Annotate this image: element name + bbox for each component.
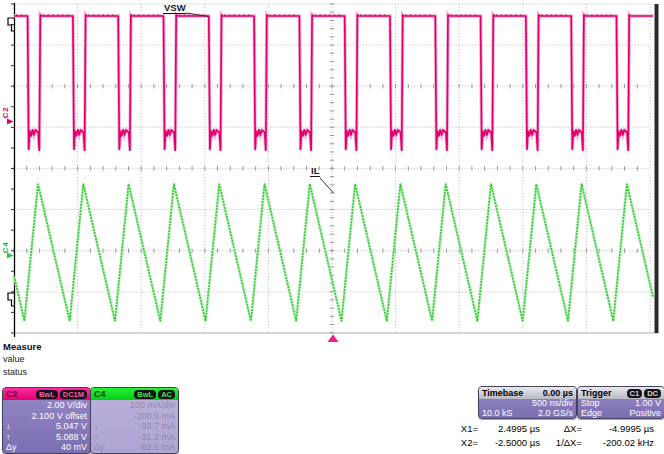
c2-box-header[interactable]: C2 BwL DC1M	[3, 388, 90, 400]
cursor-x1-row: X1= 2.4995 µs ΔX= -4.9995 µs	[448, 422, 654, 436]
trigger-source-badge: C1	[627, 389, 643, 398]
cursor-x2-row: X2= -2.5000 µs 1/ΔX= -200.02 kHz	[448, 436, 654, 450]
measure-title: Measure	[3, 340, 42, 353]
scope-display	[0, 0, 664, 350]
c4-cursor-low-row: ↓ -93.7 mA	[91, 421, 178, 432]
c4-cursor-high-row: ↑ -31.2 mA	[91, 432, 178, 443]
trigger-slope-row: Edge Positive	[578, 409, 664, 419]
c4-scale-row: 100 mA/div	[91, 400, 178, 411]
c2-channel-id: C2	[6, 388, 18, 400]
channel-info-box-c2[interactable]: C2 BwL DC1M 2.00 V/div 2.100 V offset ↓ …	[2, 387, 91, 454]
c4-axis-label: C4	[1, 241, 10, 255]
c4-coupling-badge: AC	[158, 390, 175, 399]
c2-offset-row: 2.100 V offset	[3, 411, 90, 422]
c2-delta-row: Δy 40 mV	[3, 442, 90, 453]
c2-coupling-badge: DC1M	[60, 390, 87, 399]
il-waveform-label: IL	[310, 165, 320, 177]
c2-scale-row: 2.00 V/div	[3, 400, 90, 411]
measure-row-value: value	[3, 353, 42, 366]
waveform-c2-vsw	[14, 15, 653, 151]
trigger-coupling-badge: DC	[644, 389, 661, 398]
trigger-info-box[interactable]: Trigger C1 DC Stop 1.00 V Edge Positive	[577, 386, 664, 419]
c4-bwl-badge: BwL	[134, 390, 156, 399]
c4-channel-id: C4	[94, 388, 106, 400]
c4-box-header[interactable]: C4 BwL AC	[91, 388, 178, 400]
c4-offset-row: -200.0 mA	[91, 411, 178, 422]
il-callout-line	[320, 178, 334, 193]
c2-cursor-high-row: ↑ 5.088 V	[3, 432, 90, 443]
timebase-info-box[interactable]: Timebase 0.00 µs 500 ns/div 10.0 kS 2.0 …	[478, 386, 577, 419]
c2-axis-label: C2	[1, 106, 10, 120]
measure-panel: Measure value status	[3, 340, 42, 379]
timebase-title: Timebase	[482, 387, 523, 399]
channel-info-box-c4[interactable]: C4 BwL AC 100 mA/div -200.0 mA ↓ -93.7 m…	[90, 387, 179, 454]
vsw-waveform-label: VSW	[163, 2, 187, 14]
cursor-marker-bottom[interactable]	[8, 293, 14, 306]
waveform-c4-il	[14, 184, 653, 321]
cursor-readout: X1= 2.4995 µs ΔX= -4.9995 µs X2= -2.5000…	[448, 422, 654, 450]
trigger-position-marker[interactable]	[328, 335, 339, 343]
c2-bwl-badge: BwL	[36, 390, 58, 399]
c2-cursor-low-row: ↓ 5.047 V	[3, 421, 90, 432]
timebase-sampling-row: 10.0 kS 2.0 GS/s	[479, 409, 576, 419]
oscilloscope-screenshot: { "scope": { "labels": { "vsw": "VSW", "…	[0, 0, 664, 454]
c4-delta-row: Δy 62.5 mA	[91, 442, 178, 453]
measure-row-status: status	[3, 366, 42, 379]
